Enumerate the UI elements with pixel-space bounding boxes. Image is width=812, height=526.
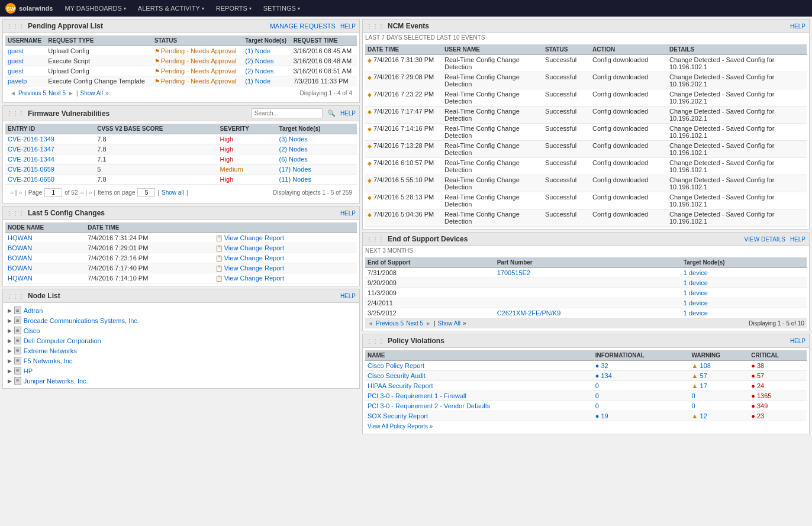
list-item[interactable]: ▶ ≡ Brocade Communications Systems, Inc.: [5, 315, 357, 325]
node-list-label[interactable]: Brocade Communications Systems, Inc.: [24, 317, 139, 324]
nav-alerts-activity[interactable]: ALERTS & ACTIVITY ▾: [132, 0, 210, 17]
pending-prev[interactable]: Previous 5: [18, 90, 46, 96]
list-item[interactable]: ▶ ≡ Extreme Networks: [5, 346, 357, 356]
cell-warning: ▲ 108: [689, 361, 749, 371]
view-change-report-link[interactable]: View Change Report: [224, 234, 284, 241]
cell-severity: High: [218, 134, 277, 144]
list-item[interactable]: ▶ ≡ Juniper Networks, Inc.: [5, 376, 357, 386]
firmware-pagination: ○ | ○ | Page of 52 ○ | ○ | Items on page…: [8, 186, 190, 199]
eos-show-all[interactable]: Show All: [438, 320, 460, 327]
firmware-header: ⋮⋮⋮ Firmware Vulnerabilities 🔍 HELP: [3, 106, 359, 121]
policy-violations-help[interactable]: HELP: [790, 338, 805, 344]
node-list-label[interactable]: F5 Networks, Inc.: [24, 357, 75, 364]
cell-status: ⚑ Pending - Needs Approval: [152, 76, 243, 86]
cell-ncm-user: Real-Time Config Change Detection: [442, 107, 543, 124]
expand-arrow-icon: ▶: [8, 378, 12, 384]
cell-ncm-details: Change Detected - Saved Config for 10.19…: [667, 175, 807, 192]
pending-approval-widget: ⋮⋮⋮ Pending Approval List MANAGE REQUEST…: [2, 19, 360, 103]
node-list-label[interactable]: Juniper Networks, Inc.: [24, 377, 88, 385]
node-list-label[interactable]: Extreme Networks: [24, 347, 77, 354]
eos-prev[interactable]: Previous 5: [376, 320, 404, 327]
cell-entry-id: CVE-2016-1344: [5, 154, 95, 164]
table-row: Cisco Policy Report ● 32 ▲ 108 ● 38: [365, 361, 807, 371]
node-list-label[interactable]: Dell Computer Corporation: [24, 337, 101, 344]
node-type-icon: ≡: [14, 317, 21, 324]
table-row: 11/3/2009 1 device: [365, 288, 807, 298]
cell-ncm-details: Change Detected - Saved Config for 10.19…: [667, 209, 807, 227]
chevron-down-icon: ▾: [124, 6, 126, 11]
list-item[interactable]: ▶ ≡ Dell Computer Corporation: [5, 335, 357, 346]
cell-eos-target: 1 device: [681, 268, 807, 278]
pending-show-all[interactable]: Show All: [80, 90, 103, 96]
table-row: CVE-2016-1344 7.1 High (6) Nodes: [5, 154, 357, 164]
critical-bullet-icon: ●: [751, 382, 755, 389]
cell-request-type: Execute Config Change Template: [46, 76, 152, 86]
pending-approval-help[interactable]: HELP: [340, 23, 356, 30]
cell-ncm-details: Change Detected - Saved Config for 10.19…: [667, 158, 807, 175]
table-row: SOX Security Report ● 19 ▲ 12 ● 23: [365, 411, 807, 421]
cell-ncm-user: Real-Time Config Change Detection: [442, 55, 543, 72]
node-list-label[interactable]: Adtran: [24, 307, 43, 314]
manage-requests-link[interactable]: MANAGE REQUESTS: [270, 22, 336, 30]
nav-my-dashboards[interactable]: MY DASHBOARDS ▾: [59, 0, 131, 17]
expand-arrow-icon: ▶: [8, 308, 12, 314]
col-request-time: REQUEST TIME: [291, 36, 357, 46]
cell-eos-target: 1 device: [681, 308, 807, 318]
cell-eos-target: 1 device: [681, 298, 807, 308]
firmware-items-input[interactable]: [137, 188, 155, 197]
cell-ncm-user: Real-Time Config Change Detection: [442, 89, 543, 107]
cell-part-number: C2621XM-2FE/PN/K9: [495, 308, 681, 318]
view-change-report-link[interactable]: View Change Report: [224, 254, 284, 262]
cell-fw-targets: (17) Nodes: [277, 164, 357, 175]
node-list-label[interactable]: Cisco: [24, 327, 40, 334]
nav-reports[interactable]: REPORTS ▾: [210, 0, 257, 17]
cell-ncm-user: Real-Time Config Change Detection: [442, 192, 543, 209]
table-row: CVE-2016-1349 7.8 High (3) Nodes: [5, 134, 357, 144]
drag-handle-icon: ⋮⋮⋮: [7, 293, 24, 299]
info-bullet-icon: ●: [595, 412, 600, 419]
cell-pv-name: Cisco Policy Report: [365, 361, 593, 371]
firmware-search-input[interactable]: [252, 108, 323, 118]
view-all-policy-reports-link[interactable]: View All Policy Reports »: [365, 421, 807, 431]
node-list-help[interactable]: HELP: [340, 293, 356, 299]
col-cvss-score: CVSS V2 BASE SCORE: [95, 124, 217, 134]
node-list-label[interactable]: HP: [24, 367, 33, 375]
config-changes-help[interactable]: HELP: [340, 210, 356, 217]
cell-pv-name: Cisco Security Audit: [365, 371, 593, 381]
col-pv-name: NAME: [365, 350, 593, 361]
cell-ncm-user: Real-Time Config Change Detection: [442, 124, 543, 141]
view-change-report-link[interactable]: View Change Report: [224, 275, 284, 282]
cell-ncm-action: Config downloaded: [590, 192, 667, 209]
view-change-report-link[interactable]: View Change Report: [224, 244, 284, 251]
list-item[interactable]: ▶ ≡ Adtran: [5, 305, 357, 315]
pending-approval-body: USERNAME REQUEST TYPE STATUS Target Node…: [3, 33, 359, 102]
cell-date: 7/4/2016 7:17:40 PM: [85, 263, 212, 273]
cell-status: ⚑ Pending - Needs Approval: [152, 66, 243, 76]
ncm-events-widget: ⋮⋮⋮ NCM Events HELP LAST 7 DAYS SELECTED…: [362, 19, 810, 230]
view-change-report-link[interactable]: View Change Report: [224, 264, 284, 272]
table-row: 3/25/2012 C2621XM-2FE/PN/K9 1 device: [365, 308, 807, 318]
col-status: STATUS: [543, 44, 590, 55]
cell-pv-name: HIPAA Security Report: [365, 381, 593, 391]
col-action: ACTION: [590, 44, 667, 55]
firmware-help[interactable]: HELP: [340, 110, 356, 117]
firmware-show-all[interactable]: Show all: [162, 189, 184, 196]
nav-settings[interactable]: SETTINGS ▾: [257, 0, 306, 17]
ncm-events-help[interactable]: HELP: [790, 23, 805, 30]
col-severity: SEVERITY: [218, 124, 277, 134]
list-item[interactable]: ▶ ≡ F5 Networks, Inc.: [5, 356, 357, 366]
chevron-down-icon: ▾: [298, 6, 300, 11]
list-item[interactable]: ▶ ≡ HP: [5, 366, 357, 376]
eos-pagination: ◄ Previous 5 Next 5 ► | Show All » Displ…: [365, 318, 807, 328]
list-item[interactable]: ▶ ≡ Cisco: [5, 325, 357, 335]
cell-ncm-date: ◆ 7/4/2016 7:23:22 PM: [365, 89, 442, 107]
cell-node: HQWAN: [5, 233, 85, 243]
pending-next[interactable]: Next 5: [49, 90, 66, 96]
eos-view-details-link[interactable]: VIEW DETAILS: [745, 236, 785, 243]
eos-help[interactable]: HELP: [790, 236, 805, 243]
table-row: ◆ 7/4/2016 6:10:57 PM Real-Time Config C…: [365, 158, 807, 175]
firmware-page-input[interactable]: [44, 188, 62, 197]
critical-bullet-icon: ●: [751, 362, 755, 369]
expand-arrow-icon: ▶: [8, 328, 12, 334]
eos-next[interactable]: Next 5: [406, 320, 423, 327]
